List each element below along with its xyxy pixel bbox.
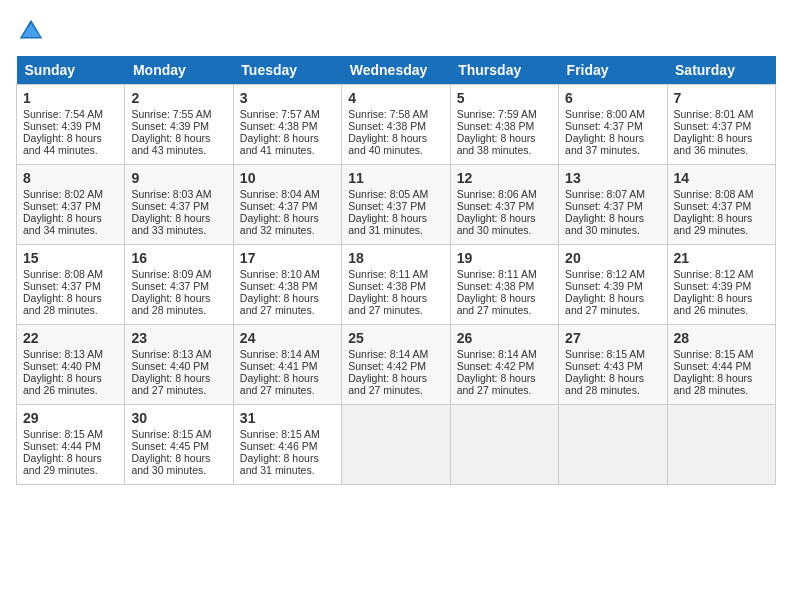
sunrise-label: Sunrise: 8:14 AM bbox=[348, 348, 428, 360]
daylight-label: Daylight: 8 hours and 28 minutes. bbox=[23, 292, 102, 316]
header-cell-sunday: Sunday bbox=[17, 56, 125, 85]
daylight-label: Daylight: 8 hours and 33 minutes. bbox=[131, 212, 210, 236]
day-number: 4 bbox=[348, 90, 443, 106]
sunset-label: Sunset: 4:42 PM bbox=[348, 360, 426, 372]
sunset-label: Sunset: 4:37 PM bbox=[674, 120, 752, 132]
sunset-label: Sunset: 4:37 PM bbox=[674, 200, 752, 212]
daylight-label: Daylight: 8 hours and 27 minutes. bbox=[457, 292, 536, 316]
sunset-label: Sunset: 4:37 PM bbox=[348, 200, 426, 212]
sunrise-label: Sunrise: 8:11 AM bbox=[457, 268, 537, 280]
calendar-cell: 10Sunrise: 8:04 AMSunset: 4:37 PMDayligh… bbox=[233, 165, 341, 245]
daylight-label: Daylight: 8 hours and 26 minutes. bbox=[674, 292, 753, 316]
daylight-label: Daylight: 8 hours and 32 minutes. bbox=[240, 212, 319, 236]
day-number: 6 bbox=[565, 90, 660, 106]
sunset-label: Sunset: 4:38 PM bbox=[240, 120, 318, 132]
sunrise-label: Sunrise: 8:12 AM bbox=[565, 268, 645, 280]
day-number: 1 bbox=[23, 90, 118, 106]
calendar-cell: 28Sunrise: 8:15 AMSunset: 4:44 PMDayligh… bbox=[667, 325, 775, 405]
calendar-cell: 3Sunrise: 7:57 AMSunset: 4:38 PMDaylight… bbox=[233, 85, 341, 165]
daylight-label: Daylight: 8 hours and 30 minutes. bbox=[565, 212, 644, 236]
daylight-label: Daylight: 8 hours and 43 minutes. bbox=[131, 132, 210, 156]
day-number: 10 bbox=[240, 170, 335, 186]
sunrise-label: Sunrise: 8:00 AM bbox=[565, 108, 645, 120]
calendar-cell bbox=[559, 405, 667, 485]
day-number: 17 bbox=[240, 250, 335, 266]
day-number: 15 bbox=[23, 250, 118, 266]
sunset-label: Sunset: 4:43 PM bbox=[565, 360, 643, 372]
calendar-cell: 23Sunrise: 8:13 AMSunset: 4:40 PMDayligh… bbox=[125, 325, 233, 405]
day-number: 16 bbox=[131, 250, 226, 266]
header bbox=[16, 16, 776, 46]
sunset-label: Sunset: 4:37 PM bbox=[23, 280, 101, 292]
logo-icon bbox=[16, 16, 46, 46]
header-cell-friday: Friday bbox=[559, 56, 667, 85]
daylight-label: Daylight: 8 hours and 28 minutes. bbox=[674, 372, 753, 396]
sunset-label: Sunset: 4:37 PM bbox=[457, 200, 535, 212]
calendar-cell: 30Sunrise: 8:15 AMSunset: 4:45 PMDayligh… bbox=[125, 405, 233, 485]
daylight-label: Daylight: 8 hours and 30 minutes. bbox=[131, 452, 210, 476]
calendar-week-3: 15Sunrise: 8:08 AMSunset: 4:37 PMDayligh… bbox=[17, 245, 776, 325]
sunrise-label: Sunrise: 8:09 AM bbox=[131, 268, 211, 280]
daylight-label: Daylight: 8 hours and 40 minutes. bbox=[348, 132, 427, 156]
calendar-week-4: 22Sunrise: 8:13 AMSunset: 4:40 PMDayligh… bbox=[17, 325, 776, 405]
sunrise-label: Sunrise: 8:13 AM bbox=[23, 348, 103, 360]
sunrise-label: Sunrise: 8:11 AM bbox=[348, 268, 428, 280]
day-number: 30 bbox=[131, 410, 226, 426]
header-cell-thursday: Thursday bbox=[450, 56, 558, 85]
sunrise-label: Sunrise: 8:14 AM bbox=[457, 348, 537, 360]
sunset-label: Sunset: 4:38 PM bbox=[240, 280, 318, 292]
sunset-label: Sunset: 4:39 PM bbox=[565, 280, 643, 292]
daylight-label: Daylight: 8 hours and 28 minutes. bbox=[131, 292, 210, 316]
daylight-label: Daylight: 8 hours and 36 minutes. bbox=[674, 132, 753, 156]
calendar-cell: 16Sunrise: 8:09 AMSunset: 4:37 PMDayligh… bbox=[125, 245, 233, 325]
daylight-label: Daylight: 8 hours and 44 minutes. bbox=[23, 132, 102, 156]
calendar-cell: 4Sunrise: 7:58 AMSunset: 4:38 PMDaylight… bbox=[342, 85, 450, 165]
sunset-label: Sunset: 4:38 PM bbox=[457, 120, 535, 132]
calendar-cell: 29Sunrise: 8:15 AMSunset: 4:44 PMDayligh… bbox=[17, 405, 125, 485]
calendar-cell: 31Sunrise: 8:15 AMSunset: 4:46 PMDayligh… bbox=[233, 405, 341, 485]
day-number: 23 bbox=[131, 330, 226, 346]
sunrise-label: Sunrise: 7:58 AM bbox=[348, 108, 428, 120]
sunset-label: Sunset: 4:42 PM bbox=[457, 360, 535, 372]
sunrise-label: Sunrise: 8:15 AM bbox=[565, 348, 645, 360]
sunset-label: Sunset: 4:38 PM bbox=[348, 280, 426, 292]
sunrise-label: Sunrise: 8:15 AM bbox=[23, 428, 103, 440]
sunrise-label: Sunrise: 8:12 AM bbox=[674, 268, 754, 280]
calendar-cell: 21Sunrise: 8:12 AMSunset: 4:39 PMDayligh… bbox=[667, 245, 775, 325]
day-number: 7 bbox=[674, 90, 769, 106]
calendar-cell bbox=[342, 405, 450, 485]
sunset-label: Sunset: 4:37 PM bbox=[565, 200, 643, 212]
sunset-label: Sunset: 4:40 PM bbox=[131, 360, 209, 372]
day-number: 5 bbox=[457, 90, 552, 106]
day-number: 21 bbox=[674, 250, 769, 266]
daylight-label: Daylight: 8 hours and 41 minutes. bbox=[240, 132, 319, 156]
calendar-cell: 6Sunrise: 8:00 AMSunset: 4:37 PMDaylight… bbox=[559, 85, 667, 165]
header-cell-wednesday: Wednesday bbox=[342, 56, 450, 85]
daylight-label: Daylight: 8 hours and 27 minutes. bbox=[131, 372, 210, 396]
calendar-cell bbox=[667, 405, 775, 485]
calendar-cell: 14Sunrise: 8:08 AMSunset: 4:37 PMDayligh… bbox=[667, 165, 775, 245]
sunrise-label: Sunrise: 7:55 AM bbox=[131, 108, 211, 120]
sunset-label: Sunset: 4:37 PM bbox=[240, 200, 318, 212]
calendar-cell: 25Sunrise: 8:14 AMSunset: 4:42 PMDayligh… bbox=[342, 325, 450, 405]
daylight-label: Daylight: 8 hours and 29 minutes. bbox=[23, 452, 102, 476]
calendar-cell: 11Sunrise: 8:05 AMSunset: 4:37 PMDayligh… bbox=[342, 165, 450, 245]
sunrise-label: Sunrise: 8:06 AM bbox=[457, 188, 537, 200]
calendar-cell: 22Sunrise: 8:13 AMSunset: 4:40 PMDayligh… bbox=[17, 325, 125, 405]
sunset-label: Sunset: 4:37 PM bbox=[23, 200, 101, 212]
sunset-label: Sunset: 4:37 PM bbox=[131, 200, 209, 212]
day-number: 11 bbox=[348, 170, 443, 186]
calendar-cell: 13Sunrise: 8:07 AMSunset: 4:37 PMDayligh… bbox=[559, 165, 667, 245]
day-number: 9 bbox=[131, 170, 226, 186]
calendar-cell: 15Sunrise: 8:08 AMSunset: 4:37 PMDayligh… bbox=[17, 245, 125, 325]
logo bbox=[16, 16, 50, 46]
sunrise-label: Sunrise: 8:08 AM bbox=[23, 268, 103, 280]
sunset-label: Sunset: 4:37 PM bbox=[565, 120, 643, 132]
sunrise-label: Sunrise: 8:15 AM bbox=[240, 428, 320, 440]
calendar-week-2: 8Sunrise: 8:02 AMSunset: 4:37 PMDaylight… bbox=[17, 165, 776, 245]
calendar-cell: 24Sunrise: 8:14 AMSunset: 4:41 PMDayligh… bbox=[233, 325, 341, 405]
day-number: 26 bbox=[457, 330, 552, 346]
daylight-label: Daylight: 8 hours and 28 minutes. bbox=[565, 372, 644, 396]
sunrise-label: Sunrise: 8:04 AM bbox=[240, 188, 320, 200]
sunset-label: Sunset: 4:46 PM bbox=[240, 440, 318, 452]
